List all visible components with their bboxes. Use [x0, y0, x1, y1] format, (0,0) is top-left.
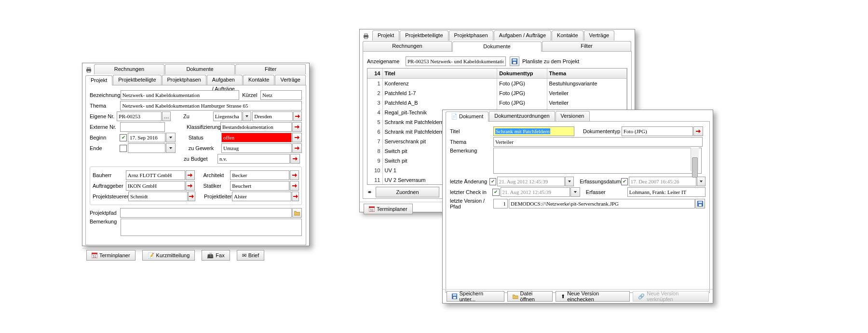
auftraggeber-go[interactable] — [186, 181, 195, 191]
letzte-version-n[interactable] — [493, 199, 508, 208]
tab-rechnungen-r[interactable]: Rechnungen — [363, 41, 452, 51]
tab-vertraege-r[interactable]: Verträge — [584, 30, 615, 41]
tab-projekt-r[interactable]: Projekt — [372, 30, 399, 41]
kurzmitteilung-button[interactable]: 📝Kurzmitteilung — [142, 250, 195, 261]
projektsteuerer-input[interactable] — [128, 192, 188, 201]
klass-go[interactable] — [292, 122, 302, 132]
beginn-checkbox[interactable]: ✔ — [120, 134, 127, 141]
brief-button[interactable]: ✉Brief — [237, 250, 265, 261]
table-row[interactable]: 3Patchfeld A_BFoto (JPG)Verteiler — [367, 98, 627, 108]
document-detail-window: 📄 Dokument Dokumentzuordnungen Versionen… — [442, 110, 713, 304]
table-row[interactable]: 2Patchfeld 1-7Foto (JPG)Verteiler — [367, 88, 627, 98]
zu2-input[interactable] — [252, 111, 293, 121]
letzte-aenderung-check: ✔ — [489, 178, 496, 185]
letzte-version-disk[interactable] — [695, 199, 705, 208]
letzte-version-pfad[interactable] — [509, 199, 695, 208]
doctype-go[interactable] — [693, 126, 703, 136]
erfassungsdatum-check: ✔ — [621, 178, 628, 185]
ende-input[interactable] — [128, 143, 165, 153]
bemerkung-textarea[interactable] — [121, 219, 302, 236]
tab-projektphasen[interactable]: Projektphasen — [162, 75, 206, 85]
statiker-go[interactable] — [290, 181, 299, 191]
externenr-input[interactable] — [120, 122, 165, 132]
bezeichnung-input[interactable] — [121, 90, 240, 100]
budget-go[interactable] — [290, 154, 300, 164]
table-row[interactable]: 1KonferenzFoto (JPG)Bestuhlungsvariante — [367, 79, 627, 89]
tab-projekt[interactable]: Projekt — [85, 75, 112, 85]
zu2-go[interactable] — [293, 111, 302, 121]
tab-aufgaben-r[interactable]: Aufgaben / Aufträge — [494, 30, 551, 41]
tab-projektphasen-r[interactable]: Projektphasen — [449, 30, 493, 41]
planliste-icon-button[interactable] — [510, 56, 519, 66]
datei-oeffnen-button[interactable]: Datei öffnen — [507, 291, 553, 302]
projektleiter-go[interactable] — [292, 192, 299, 201]
tab-projektbeteiligte[interactable]: Projektbeteiligte — [113, 75, 161, 85]
zuordnen-button[interactable]: Zuordnen — [376, 187, 439, 197]
gewerk-label: zu Gewerk — [189, 145, 221, 151]
neue-version-einchecken-button[interactable]: ⬆Neue Version einchecken — [556, 291, 630, 302]
speichern-unter-button[interactable]: Speichern unter... — [447, 291, 504, 302]
tab-versionen[interactable]: Versionen — [556, 111, 590, 121]
planliste-label: Planliste zu dem Projekt — [522, 58, 579, 64]
bauherr-go[interactable] — [186, 170, 195, 180]
erfasser-value[interactable] — [627, 187, 705, 197]
tab-projektbeteiligte-r[interactable]: Projektbeteiligte — [400, 30, 448, 41]
tab-vertraege[interactable]: Verträge — [275, 75, 306, 85]
projektpfad-input[interactable] — [120, 208, 292, 218]
gewerk-go[interactable] — [292, 143, 302, 153]
status-go[interactable] — [292, 133, 302, 142]
terminplaner-button[interactable]: Terminplaner — [86, 250, 136, 261]
beginn-dd[interactable] — [166, 133, 176, 142]
beginn-input[interactable] — [128, 133, 165, 142]
eigenenr-input[interactable] — [117, 111, 162, 121]
thema-input[interactable] — [120, 101, 302, 111]
detail-thema-input[interactable] — [493, 137, 703, 147]
tab-dokument[interactable]: 📄 Dokument — [446, 111, 488, 122]
projektleiter-input[interactable] — [232, 192, 291, 201]
budget-input[interactable] — [217, 154, 290, 164]
gewerk-input[interactable] — [221, 143, 292, 153]
bauherr-input[interactable] — [126, 170, 185, 180]
eigenenr-lookup[interactable]: … — [162, 111, 171, 121]
fax-button[interactable]: 📠Fax — [202, 250, 230, 261]
tab-filter-r[interactable]: Filter — [542, 41, 631, 51]
erfassungsdatum-value — [629, 177, 696, 186]
anzeigename-input[interactable] — [406, 56, 506, 66]
letzter-checkin-value — [501, 187, 570, 197]
statiker-input[interactable] — [230, 181, 289, 191]
terminplaner-button-r[interactable]: Terminplaner — [364, 204, 413, 214]
tab-aufgaben[interactable]: Aufgaben / Aufträge — [207, 75, 243, 85]
kuerzel-input[interactable] — [260, 90, 302, 100]
titel-input[interactable]: Schrank mit Patchfeldern — [493, 126, 574, 136]
tab-kontakte-r[interactable]: Kontakte — [552, 30, 583, 41]
tab-dokumentzuordnungen[interactable]: Dokumentzuordnungen — [489, 111, 555, 121]
zu-select[interactable]: Liegenscha — [213, 111, 243, 121]
projektsteuerer-go[interactable] — [188, 192, 195, 201]
letzte-aenderung-dd[interactable] — [565, 177, 574, 186]
tab-kontakte[interactable]: Kontakte — [243, 75, 274, 85]
printer-icon — [85, 67, 92, 74]
tab-filter-left[interactable]: Filter — [235, 64, 306, 74]
ende-checkbox[interactable] — [120, 145, 127, 152]
auftraggeber-label: Auftraggeber — [93, 183, 126, 189]
letzter-checkin-check: ✔ — [492, 189, 500, 196]
link-icon: ⚭ — [367, 189, 376, 196]
auftraggeber-input[interactable] — [126, 181, 185, 191]
architekt-go[interactable] — [290, 170, 299, 180]
ende-dd[interactable] — [166, 143, 176, 153]
tab-rechnungen[interactable]: Rechnungen — [94, 64, 164, 74]
kuerzel-label: Kürzel — [242, 92, 260, 98]
doctype-input[interactable] — [622, 126, 693, 136]
projektpfad-browse[interactable] — [292, 208, 302, 218]
klass-input[interactable] — [220, 122, 292, 132]
thema-label: Thema — [90, 103, 120, 109]
tab-dokumente-r[interactable]: Dokumente — [452, 42, 542, 52]
scrollbar[interactable] — [691, 148, 699, 171]
tab-dokumente-left[interactable]: Dokumente — [165, 64, 235, 74]
erfassungsdatum-dd[interactable] — [697, 177, 705, 186]
status-value[interactable]: offen — [221, 133, 292, 142]
architekt-input[interactable] — [230, 170, 289, 180]
detail-bemerkung-textarea[interactable] — [493, 148, 702, 174]
letzter-checkin-dd[interactable] — [570, 187, 580, 197]
zu-dd[interactable] — [243, 111, 251, 121]
